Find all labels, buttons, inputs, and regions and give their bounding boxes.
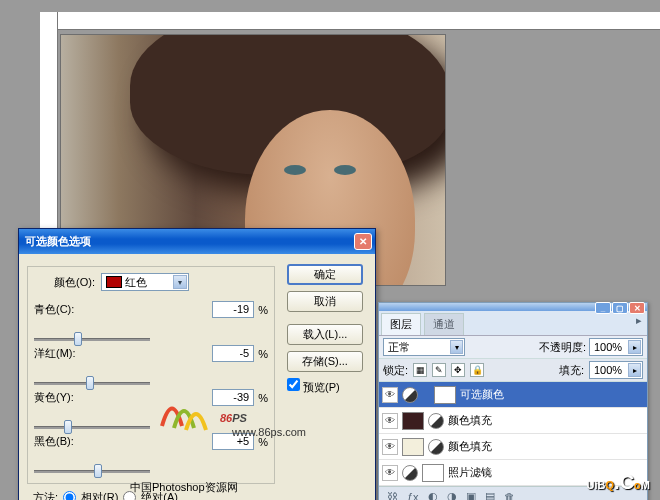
magenta-label: 洋红(M): xyxy=(34,346,92,361)
layer-name: 照片滤镜 xyxy=(448,465,492,480)
dialog-title: 可选颜色选项 xyxy=(25,234,91,249)
chevron-down-icon: ▾ xyxy=(173,275,187,289)
maximize-icon[interactable]: ▢ xyxy=(612,302,628,314)
dialog-titlebar[interactable]: 可选颜色选项 ✕ xyxy=(19,229,375,254)
adjust-icon[interactable]: ◑ xyxy=(447,490,457,500)
yellow-value[interactable]: -39 xyxy=(212,389,255,406)
selective-color-dialog: 可选颜色选项 ✕ 颜色(O): 红色 ▾ 青色(C): -19 % 洋红(M xyxy=(18,228,376,500)
magenta-value[interactable]: -5 xyxy=(212,345,255,362)
preview-label: 预览(P) xyxy=(303,381,340,393)
lock-label: 锁定: xyxy=(383,363,408,378)
color-value: 红色 xyxy=(125,275,147,290)
layer-mask-thumb[interactable] xyxy=(434,386,456,404)
fill-field[interactable]: 100% ▸ xyxy=(589,361,643,379)
color-dropdown[interactable]: 红色 ▾ xyxy=(101,273,189,291)
method-relative-radio[interactable] xyxy=(63,491,76,500)
ruler-top xyxy=(58,12,660,30)
save-button[interactable]: 存储(S)... xyxy=(287,351,363,372)
lock-brush-icon[interactable]: ✎ xyxy=(432,363,446,377)
tab-layers[interactable]: 图层 xyxy=(381,313,421,335)
layer-name: 颜色填充 xyxy=(448,413,492,428)
chevron-down-icon: ▾ xyxy=(450,340,463,354)
preview-checkbox[interactable] xyxy=(287,378,300,391)
adjustment-icon xyxy=(402,387,418,403)
adjustment-icon xyxy=(402,465,418,481)
yellow-slider[interactable] xyxy=(34,426,150,429)
layer-row[interactable]: 👁 颜色填充 xyxy=(379,408,647,434)
close-icon[interactable]: ✕ xyxy=(629,302,645,314)
slider-thumb[interactable] xyxy=(64,420,72,434)
folder-icon[interactable]: ▣ xyxy=(466,490,476,500)
caption: 中国Photoshop资源网 xyxy=(130,480,238,495)
link-icon[interactable]: ⛓ xyxy=(387,491,398,501)
cyan-value[interactable]: -19 xyxy=(212,301,255,318)
close-icon[interactable]: ✕ xyxy=(354,233,372,250)
blend-mode-dropdown[interactable]: 正常 ▾ xyxy=(383,338,465,356)
slider-thumb[interactable] xyxy=(74,332,82,346)
sliders-group: 颜色(O): 红色 ▾ 青色(C): -19 % 洋红(M): -5 % xyxy=(27,266,275,484)
percent-sign: % xyxy=(258,304,268,316)
tab-channels[interactable]: 通道 xyxy=(424,313,464,335)
fill-label: 填充: xyxy=(559,363,584,378)
load-button[interactable]: 载入(L)... xyxy=(287,324,363,345)
opacity-value: 100% xyxy=(594,341,622,353)
trash-icon[interactable]: 🗑 xyxy=(504,491,515,501)
lock-move-icon[interactable]: ✥ xyxy=(451,363,465,377)
fx-icon[interactable]: ƒx xyxy=(407,491,419,501)
adjustment-icon xyxy=(428,439,444,455)
method-relative-label: 相对(R) xyxy=(81,490,118,500)
cyan-slider[interactable] xyxy=(34,338,150,341)
blend-mode-value: 正常 xyxy=(388,340,410,355)
chevron-right-icon: ▸ xyxy=(628,340,641,354)
layer-thumb[interactable] xyxy=(402,412,424,430)
logo-text: 86PS xyxy=(220,408,247,426)
minimize-icon[interactable]: _ xyxy=(595,302,611,314)
adjustment-icon xyxy=(428,413,444,429)
cancel-button[interactable]: 取消 xyxy=(287,291,363,312)
new-layer-icon[interactable]: ▤ xyxy=(485,490,495,500)
mask-icon[interactable]: ◐ xyxy=(428,490,438,500)
slider-thumb[interactable] xyxy=(86,376,94,390)
opacity-field[interactable]: 100% ▸ xyxy=(589,338,643,356)
color-label: 颜色(O): xyxy=(54,275,95,290)
opacity-label: 不透明度: xyxy=(539,340,586,355)
watermark: UiBQ.CoM xyxy=(587,471,650,494)
visibility-icon[interactable]: 👁 xyxy=(382,465,398,481)
logo-url: www.86ps.com xyxy=(232,426,306,438)
visibility-icon[interactable]: 👁 xyxy=(382,439,398,455)
panel-menu-icon[interactable]: ▸ xyxy=(631,311,647,335)
visibility-icon[interactable]: 👁 xyxy=(382,387,398,403)
layer-mask-thumb[interactable] xyxy=(422,464,444,482)
layer-row[interactable]: 👁 颜色填充 xyxy=(379,434,647,460)
layer-name: 可选颜色 xyxy=(460,387,504,402)
yellow-label: 黄色(Y): xyxy=(34,390,92,405)
slider-thumb[interactable] xyxy=(94,464,102,478)
lock-all-icon[interactable]: 🔒 xyxy=(470,363,484,377)
black-label: 黑色(B): xyxy=(34,434,92,449)
cyan-label: 青色(C): xyxy=(34,302,92,317)
ok-button[interactable]: 确定 xyxy=(287,264,363,285)
chevron-right-icon: ▸ xyxy=(628,363,641,377)
lock-transparent-icon[interactable]: ▦ xyxy=(413,363,427,377)
layer-row[interactable]: 👁 可选颜色 xyxy=(379,382,647,408)
layer-thumb[interactable] xyxy=(402,438,424,456)
color-swatch xyxy=(106,276,122,288)
layer-name: 颜色填充 xyxy=(448,439,492,454)
black-slider[interactable] xyxy=(34,470,150,473)
method-label: 方法: xyxy=(33,490,58,500)
fill-value: 100% xyxy=(594,364,622,376)
magenta-slider[interactable] xyxy=(34,382,150,385)
visibility-icon[interactable]: 👁 xyxy=(382,413,398,429)
panel-titlebar[interactable]: _ ▢ ✕ xyxy=(379,303,647,311)
panel-tabs: 图层 通道 ▸ xyxy=(379,311,647,336)
